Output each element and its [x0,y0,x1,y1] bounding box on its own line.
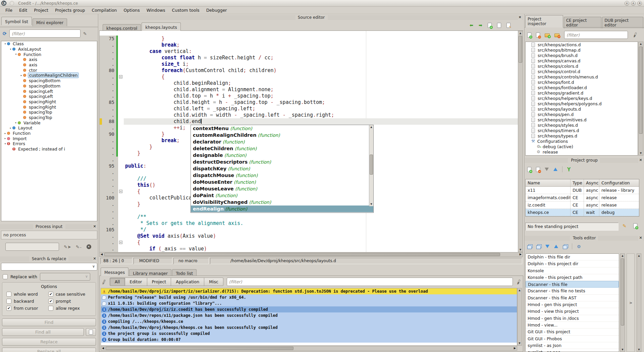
menu-options[interactable]: Options [120,7,143,13]
add-tool-icon[interactable] [527,245,532,249]
refresh-symbols-icon[interactable]: ⟳ [3,31,7,36]
completion-item[interactable]: doVisibilityChanged (function) [191,199,373,206]
completion-item[interactable]: dispatchMouse (function) [191,172,373,179]
brush-icon[interactable]: 🖉 [101,279,107,285]
log-row[interactable]: i/home/basile/Dev/repos/x11/package.json… [101,312,517,318]
completion-item[interactable]: dispatchKey (function) [191,165,373,172]
remove-file-icon[interactable] [536,33,540,38]
tree-item[interactable]: ▾Function [1,52,97,57]
tree-item[interactable]: src/kheops/layouts.d [526,106,638,112]
tree-item[interactable]: src/kheops/font.d [526,79,638,85]
menu-compilation[interactable]: Compilation [88,7,120,13]
menu-windows[interactable]: Windows [143,7,169,13]
tree-item[interactable]: src/kheops/canvas.d [526,58,638,63]
filter-misc-button[interactable]: Misc [204,278,223,286]
menu-debugger[interactable]: Debugger [203,7,230,13]
close-button[interactable]: ✕ [637,1,642,6]
whole-word-checkbox[interactable] [6,292,11,297]
log-row[interactable]: ithe project group is successfully compi… [101,331,517,337]
tree-item[interactable]: !Expected ; instead of i [1,146,97,152]
completion-item[interactable]: designable (function) [191,152,373,159]
tree-item[interactable]: src/kheops/primitives.d [526,117,638,122]
tool-item[interactable]: Dscanner - this file AST [526,295,619,301]
tree-item[interactable]: ▾AxisLayout [1,47,97,52]
tree-item[interactable]: src/kheops/helpers/polygons.d [526,101,638,106]
log-row[interactable]: Performing "release" build using /usr/bi… [101,294,517,300]
find-button[interactable]: Find [2,318,96,326]
expand-icon[interactable]: ▸ [14,121,18,124]
completion-item[interactable]: destructDescriptors (function) [191,159,373,165]
add-project-icon[interactable] [527,167,531,172]
code-line[interactable]: . /** [100,214,518,220]
filter-project-button[interactable]: Project [147,278,171,286]
remove-project-icon[interactable] [536,167,540,172]
table-row[interactable]: iz.coeditCEasyncrelease [526,201,639,209]
tree-item[interactable]: src/kheops/bitmap.d [526,47,638,53]
tool-item[interactable]: Dolphin - this project dir [526,260,619,267]
collapse-icon[interactable]: ▾ [3,43,7,45]
message-filter-input[interactable] [227,278,513,286]
allow-regex-checkbox[interactable] [48,306,53,311]
tool-detail-scrollbar[interactable]: ▲▼ [637,253,641,352]
log-row[interactable]: iGroup build duration: 00:00:07 [101,337,517,343]
search-term-combo[interactable]: ∨ [1,263,97,271]
scrollbar-thumb[interactable] [639,47,643,134]
fold-collapse-icon[interactable]: − [119,75,122,78]
filter-application-button[interactable]: Application [171,278,204,286]
code-line[interactable]: 88 child.end [100,118,518,125]
table-row[interactable]: x11DUBasyncrelease - library [526,187,639,194]
log-row[interactable]: i/home/basile/Dev/dproj/iz/iz.coedit has… [101,306,517,312]
maximize-button[interactable]: ∧ [631,1,636,6]
menu-custom-tools[interactable]: Custom tools [169,7,203,13]
remove-folder-icon[interactable] [554,34,559,37]
tab-symbol-list[interactable]: Symbol list [1,17,32,25]
new-free-project-icon[interactable] [633,223,637,228]
completion-item[interactable]: doMouseEnter (function) [191,179,373,185]
process-input-field[interactable] [5,243,59,251]
column-header-async[interactable]: Async [584,179,599,186]
clear-messages-icon[interactable]: 🖌 [516,279,522,285]
async-mode-icon[interactable]: Y [567,166,571,172]
app-menu-icon[interactable] [10,1,14,5]
code-line[interactable]: 105 */ [100,227,518,233]
tree-item[interactable]: src/kheops/control.d [526,69,638,74]
close-project-group-icon[interactable]: ✕ [638,158,643,163]
code-line[interactable]: . child.alignment = Alignment.none; [100,86,518,93]
tool-item[interactable]: symlist - as pas [526,349,619,352]
add-file-icon[interactable] [527,33,531,38]
tree-item[interactable]: ⚙debug (active) [526,144,638,149]
duplicate-tool-icon[interactable] [563,245,567,249]
tree-item[interactable]: ▸Function [1,131,97,136]
tree-item[interactable]: src/kheops/brush.d [526,53,638,58]
collapse-icon[interactable]: ▾ [9,48,12,51]
editor-hscrollbar[interactable]: ◀ ▶ [99,252,523,257]
tool-item[interactable]: Dolphin - this file dir [526,254,619,260]
code-line[interactable]: . child.beginRealign; [100,80,518,86]
tree-item[interactable]: src/kheops/colors.d [526,63,638,69]
tab-dub-project-editor[interactable]: DUB project editor [602,17,643,28]
tree-item[interactable]: spacingLeft [1,94,97,99]
table-row[interactable]: kheops.ceCEwaitdebug [526,209,639,216]
find-all-in-doc-button[interactable] [86,328,96,336]
tree-item[interactable]: ▸Import [1,136,97,141]
expand-icon[interactable]: ▸ [3,137,7,140]
clean-icon[interactable]: 🖌 [632,32,638,38]
tree-item[interactable]: spacingBottom [1,78,97,83]
code-line[interactable]: . const float h = sizeRect.height / cc; [100,55,518,61]
expand-icon[interactable]: ▸ [19,74,23,77]
close-tools-editor-icon[interactable]: ✕ [638,235,643,240]
messages-vscrollbar[interactable]: ▲▼ [517,288,522,346]
pen-minus-icon[interactable]: ✎₋ [76,244,82,249]
move-up-icon[interactable] [553,168,557,171]
remove-tool-icon[interactable] [536,245,541,249]
scrollbar-thumb[interactable] [106,347,293,350]
scrollbar-thumb[interactable] [104,253,500,256]
menu-project[interactable]: Project [31,7,52,13]
code-line[interactable]: 80 foreach(CustomControl child; children… [100,67,518,74]
column-header-type[interactable]: Type [571,179,584,186]
scrollbar-thumb[interactable] [519,36,522,63]
completion-item[interactable]: declarator (function) [191,138,373,145]
menu-projects-group[interactable]: Projects group [52,7,89,13]
pen-icon[interactable]: ✎ [83,31,87,36]
symbol-filter-input[interactable] [9,30,80,38]
